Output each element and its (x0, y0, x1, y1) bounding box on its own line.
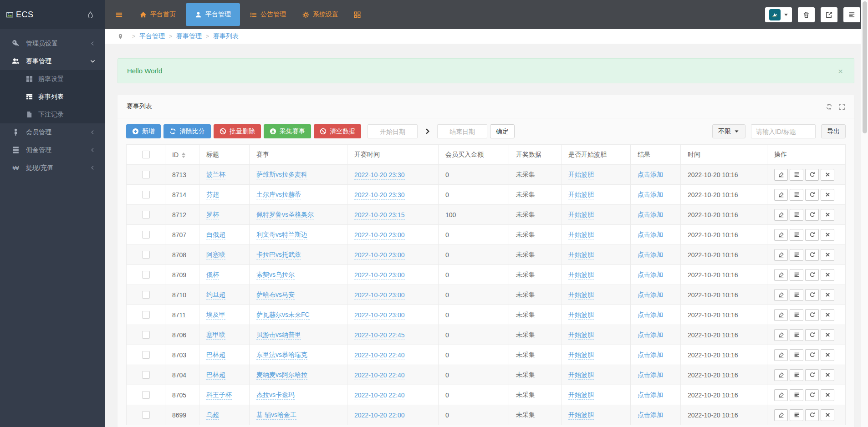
scrollbar-thumb[interactable] (863, 1, 867, 133)
row-checkbox[interactable] (142, 391, 150, 399)
edit-button[interactable] (774, 269, 788, 281)
title-link[interactable]: 芬超 (206, 191, 219, 199)
match-link[interactable]: 土尔库vs拉赫蒂 (256, 191, 301, 199)
delete-row-button[interactable] (821, 289, 834, 301)
detail-list-button[interactable] (790, 349, 803, 361)
apps-grid-icon[interactable] (347, 11, 368, 18)
delete-row-button[interactable] (821, 409, 834, 421)
sidebar-item-commission-manage[interactable]: 佣金管理 (0, 141, 105, 159)
add-result-link[interactable]: 点击添加 (638, 191, 663, 198)
title-link[interactable]: 俄杯 (206, 271, 219, 280)
delete-row-button[interactable] (821, 329, 834, 341)
add-result-link[interactable]: 点击添加 (638, 411, 663, 418)
start-bodan-link[interactable]: 开始波胆 (568, 271, 594, 280)
title-link[interactable]: 白俄超 (206, 231, 225, 239)
edit-button[interactable] (774, 329, 788, 341)
row-checkbox[interactable] (142, 291, 150, 299)
refresh-row-button[interactable] (805, 229, 819, 241)
start-bodan-link[interactable]: 开始波胆 (568, 291, 594, 300)
start-time-link[interactable]: 2022-10-20 23:30 (354, 171, 405, 180)
select-all-checkbox[interactable] (142, 151, 150, 158)
start-time-link[interactable]: 2022-10-20 23:15 (354, 211, 405, 220)
nav-item-platform-home[interactable]: 平台首页 (132, 0, 184, 29)
add-result-link[interactable]: 点击添加 (638, 391, 663, 398)
fullscreen-icon[interactable] (838, 103, 845, 110)
start-bodan-link[interactable]: 开始波胆 (568, 211, 594, 219)
match-link[interactable]: 卡拉巴vs托武兹 (256, 251, 301, 259)
edit-button[interactable] (774, 289, 788, 301)
droplet-icon[interactable] (87, 11, 94, 18)
start-time-link[interactable]: 2022-10-20 22:45 (354, 331, 405, 340)
title-link[interactable]: 埃及甲 (206, 311, 225, 320)
detail-list-button[interactable] (790, 289, 803, 301)
delete-row-button[interactable] (821, 209, 834, 221)
add-result-link[interactable]: 点击添加 (638, 271, 663, 278)
refresh-row-button[interactable] (805, 289, 819, 301)
row-checkbox[interactable] (142, 371, 150, 379)
breadcrumb-link-match-list[interactable]: 赛事列表 (213, 32, 239, 41)
start-bodan-link[interactable]: 开始波胆 (568, 351, 594, 360)
sidebar-item-bet-records[interactable]: 下注记录 (0, 106, 105, 123)
title-link[interactable]: 阿塞联 (206, 251, 225, 259)
start-bodan-link[interactable]: 开始波胆 (568, 171, 594, 179)
start-time-link[interactable]: 2022-10-20 23:30 (354, 191, 405, 200)
match-link[interactable]: 萨瓦赫尔vs未来FC (256, 311, 310, 320)
title-link[interactable]: 科王子杯 (206, 391, 232, 400)
vertical-scrollbar[interactable] (861, 0, 868, 427)
delete-row-button[interactable] (821, 169, 834, 181)
batch-delete-button[interactable]: 批量删除 (214, 124, 261, 138)
detail-list-button[interactable] (790, 269, 803, 281)
refresh-row-button[interactable] (805, 249, 819, 261)
refresh-row-button[interactable] (805, 309, 819, 321)
row-checkbox[interactable] (142, 311, 150, 319)
nav-item-system-settings[interactable]: 系统设置 (294, 0, 347, 29)
clear-score-button[interactable]: 清除比分 (163, 124, 211, 138)
search-input[interactable] (751, 124, 816, 138)
add-result-link[interactable]: 点击添加 (638, 171, 663, 178)
start-bodan-link[interactable]: 开始波胆 (568, 371, 594, 380)
refresh-row-button[interactable] (805, 169, 819, 181)
match-link[interactable]: 贝游击vs纳普里 (256, 331, 301, 340)
match-link[interactable]: 利文哥vs特兰斯迈 (256, 231, 307, 239)
delete-row-button[interactable] (821, 229, 834, 241)
edit-button[interactable] (774, 389, 788, 401)
delete-row-button[interactable] (821, 349, 834, 361)
start-time-link[interactable]: 2022-10-20 23:00 (354, 291, 405, 300)
title-link[interactable]: 罗杯 (206, 211, 219, 219)
title-link[interactable]: 巴林超 (206, 351, 225, 360)
start-bodan-link[interactable]: 开始波胆 (568, 311, 594, 320)
row-checkbox[interactable] (142, 171, 150, 178)
export-button[interactable]: 导出 (821, 124, 846, 138)
start-bodan-link[interactable]: 开始波胆 (568, 251, 594, 259)
row-checkbox[interactable] (142, 211, 150, 219)
detail-list-button[interactable] (790, 369, 803, 381)
more-menu-button[interactable] (843, 7, 860, 22)
match-link[interactable]: 索契vs乌拉尔 (256, 271, 295, 280)
row-checkbox[interactable] (142, 411, 150, 419)
detail-list-button[interactable] (790, 169, 803, 181)
sidebar-item-match-list[interactable]: 赛事列表 (0, 88, 105, 106)
start-bodan-link[interactable]: 开始波胆 (568, 411, 594, 420)
open-window-button[interactable] (821, 7, 837, 22)
sidebar-item-admin-settings[interactable]: 管理员设置 (0, 35, 105, 52)
start-time-link[interactable]: 2022-10-20 22:40 (354, 351, 405, 360)
sort-control[interactable] (182, 152, 185, 158)
start-time-link[interactable]: 2022-10-20 23:00 (354, 271, 405, 280)
delete-row-button[interactable] (821, 189, 834, 201)
delete-row-button[interactable] (821, 369, 834, 381)
delete-row-button[interactable] (821, 389, 834, 401)
match-link[interactable]: 萨维斯vs拉多麦科 (256, 171, 307, 179)
match-link[interactable]: 麦纳麦vs阿尔哈拉 (256, 371, 307, 380)
sidebar-item-odds-settings[interactable]: 赔率设置 (0, 70, 105, 88)
detail-list-button[interactable] (790, 249, 803, 261)
refresh-row-button[interactable] (805, 389, 819, 401)
row-checkbox[interactable] (142, 331, 150, 339)
row-checkbox[interactable] (142, 271, 150, 279)
refresh-row-button[interactable] (805, 209, 819, 221)
refresh-row-button[interactable] (805, 189, 819, 201)
start-time-link[interactable]: 2022-10-20 23:00 (354, 231, 405, 240)
detail-list-button[interactable] (790, 409, 803, 421)
refresh-row-button[interactable] (805, 409, 819, 421)
delete-row-button[interactable] (821, 309, 834, 321)
edit-button[interactable] (774, 309, 788, 321)
